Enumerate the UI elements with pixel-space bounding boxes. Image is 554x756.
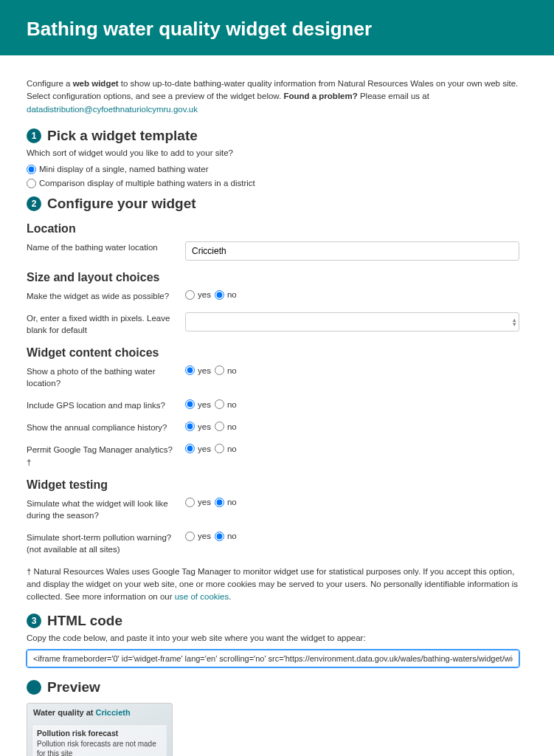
- html-code-input[interactable]: [27, 650, 519, 667]
- photo-yes[interactable]: [185, 365, 195, 375]
- location-row: Name of the bathing water location: [27, 241, 519, 261]
- width-input[interactable]: [185, 312, 519, 331]
- annual-yes[interactable]: [185, 422, 195, 431]
- preview-dot-icon: [27, 680, 41, 695]
- gtm-yes[interactable]: [185, 444, 195, 453]
- content: Configure a web widget to show up-to-dat…: [0, 55, 546, 756]
- width-label: Or, enter a fixed width in pixels. Leave…: [27, 312, 185, 336]
- wide-no[interactable]: [215, 290, 224, 300]
- header: Bathing water quality widget designer: [0, 6, 554, 55]
- section-2-heading: 2 Configure your widget: [27, 196, 519, 212]
- preview-widget: Water quality at Criccieth Pollution ris…: [27, 703, 173, 756]
- top-bar: [0, 0, 554, 6]
- location-input[interactable]: [185, 241, 519, 261]
- season-row: Simulate what the widget will look like …: [27, 498, 519, 521]
- s1-help: Which sort of widget would you like to a…: [27, 148, 519, 157]
- step-number-1: 1: [27, 128, 41, 143]
- pollution-row: Simulate short-term pollution warning? (…: [27, 532, 519, 555]
- template-option-mini[interactable]: Mini display of a single, named bathing …: [27, 165, 519, 174]
- location-heading: Location: [27, 222, 519, 236]
- step-number-3: 3: [27, 614, 41, 628]
- gtm-row: Permit Google Tag Manager analytics? † y…: [27, 444, 519, 467]
- annual-no[interactable]: [215, 422, 224, 431]
- gtm-no[interactable]: [215, 444, 224, 453]
- prf-box: Pollution risk forecast Pollution risk f…: [32, 724, 167, 756]
- wide-label: Make the widget as wide as possible?: [27, 290, 185, 302]
- template-option-comparison[interactable]: Comparison display of multiple bathing w…: [27, 179, 519, 188]
- page-title: Bathing water quality widget designer: [27, 18, 527, 41]
- location-label: Name of the bathing water location: [27, 241, 185, 253]
- section-1-heading: 1 Pick a widget template: [27, 128, 519, 144]
- preview-heading: Preview: [27, 679, 519, 695]
- widget-title: Water quality at Criccieth: [27, 704, 172, 721]
- annual-row: Show the annual compliance history? yes …: [27, 422, 519, 433]
- season-no[interactable]: [215, 498, 224, 507]
- width-row: Or, enter a fixed width in pixels. Leave…: [27, 312, 519, 336]
- radio-comparison[interactable]: [27, 179, 36, 188]
- spinner-icon[interactable]: ▴▾: [513, 317, 516, 326]
- gps-row: Include GPS location and map links? yes …: [27, 399, 519, 411]
- step-number-2: 2: [27, 196, 41, 211]
- gps-no[interactable]: [215, 399, 224, 409]
- radio-mini[interactable]: [27, 165, 36, 174]
- section-3-heading: 3 HTML code: [27, 613, 519, 629]
- testing-heading: Widget testing: [27, 478, 519, 492]
- pollution-no[interactable]: [215, 532, 224, 541]
- email-link[interactable]: datadistribution@cyfoethnaturiolcymru.go…: [27, 105, 198, 114]
- footnote: † Natural Resources Wales uses Google Ta…: [27, 566, 519, 604]
- size-heading: Size and layout choices: [27, 271, 519, 284]
- gps-yes[interactable]: [185, 399, 195, 409]
- pollution-yes[interactable]: [185, 532, 195, 541]
- content-heading: Widget content choices: [27, 346, 519, 360]
- wide-yes[interactable]: [185, 290, 195, 300]
- intro-text: Configure a web widget to show up-to-dat…: [27, 78, 519, 116]
- season-yes[interactable]: [185, 498, 195, 507]
- wide-row: Make the widget as wide as possible? yes…: [27, 290, 519, 302]
- wide-yn: yes no: [185, 290, 519, 300]
- s3-help: Copy the code below, and paste it into y…: [27, 633, 519, 642]
- photo-no[interactable]: [215, 365, 224, 375]
- cookies-link[interactable]: use of cookies: [175, 592, 229, 601]
- photo-row: Show a photo of the bathing water locati…: [27, 365, 519, 389]
- widget-location-link[interactable]: Criccieth: [96, 708, 131, 717]
